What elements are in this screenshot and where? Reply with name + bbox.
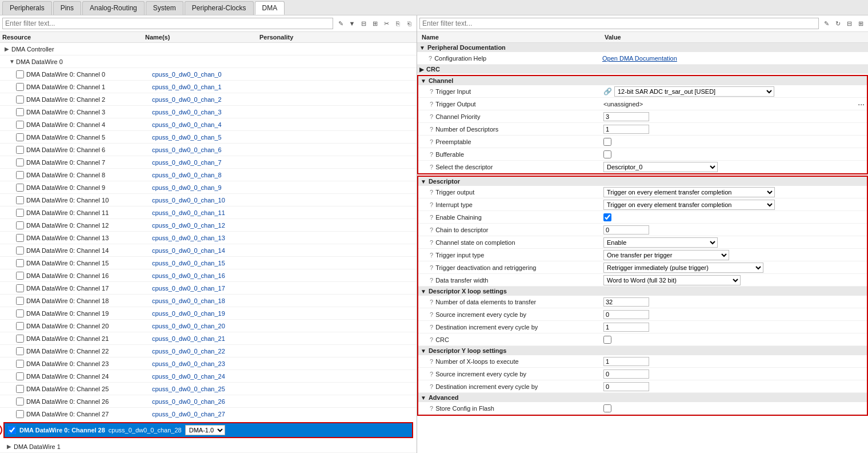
help-icon[interactable]: ? xyxy=(430,227,433,233)
collapse-icon[interactable]: ⊟ xyxy=(358,18,369,29)
channel-checkbox[interactable] xyxy=(16,247,24,255)
help-icon[interactable]: ? xyxy=(430,252,433,259)
list-item[interactable]: DMA DataWire 0: Channel 4 cpuss_0_dw0_0_… xyxy=(0,118,417,131)
channel-state-completion-dropdown[interactable]: Enable xyxy=(603,237,718,248)
channel-checkbox[interactable] xyxy=(16,398,24,406)
group-header-desc-y[interactable]: ▼ Descriptor Y loop settings xyxy=(418,346,867,355)
help-icon[interactable]: ? xyxy=(429,55,432,62)
right-expand-icon[interactable]: ⊞ xyxy=(855,18,866,29)
list-item[interactable]: DMA DataWire 0: Channel 1 cpuss_0_dw0_0_… xyxy=(0,81,417,93)
help-icon[interactable]: ? xyxy=(430,113,433,120)
channel-checkbox[interactable] xyxy=(16,133,24,141)
channel-checkbox[interactable] xyxy=(16,360,24,368)
paste-icon[interactable]: ⎗ xyxy=(404,18,414,29)
enable-chaining-checkbox[interactable] xyxy=(603,213,611,221)
right-refresh-icon[interactable]: ↻ xyxy=(833,18,843,29)
list-item[interactable]: DMA DataWire 0: Channel 14 cpuss_0_dw0_0… xyxy=(0,244,417,257)
crc-x-checkbox[interactable] xyxy=(603,336,611,344)
help-icon[interactable]: ? xyxy=(430,101,433,108)
list-item[interactable]: DMA DataWire 0: Channel 10 cpuss_0_dw0_0… xyxy=(0,194,417,206)
list-item[interactable]: DMA DataWire 0: Channel 21 cpuss_0_dw0_0… xyxy=(0,332,417,345)
trigger-input-dropdown[interactable]: 12-bit SAR ADC tr_sar_out [USED] xyxy=(614,86,774,97)
tab-peripheral-clocks[interactable]: Peripheral-Clocks xyxy=(185,1,254,15)
help-icon[interactable]: ? xyxy=(430,299,433,305)
selected-channel-checkbox[interactable] xyxy=(8,426,16,434)
help-icon[interactable]: ? xyxy=(430,405,433,412)
channel-checkbox[interactable] xyxy=(16,347,24,355)
channel-checkbox[interactable] xyxy=(16,96,24,104)
list-item[interactable]: DMA DataWire 0: Channel 24 cpuss_0_dw0_0… xyxy=(0,370,417,383)
tab-analog-routing[interactable]: Analog-Routing xyxy=(82,1,145,15)
list-item[interactable]: DMA DataWire 0: Channel 0 cpuss_0_dw0_0_… xyxy=(0,68,417,81)
list-item[interactable]: DMA DataWire 0: Channel 11 cpuss_0_dw0_0… xyxy=(0,206,417,219)
channel-checkbox[interactable] xyxy=(16,385,24,393)
list-item[interactable]: DMA DataWire 0: Channel 17 cpuss_0_dw0_0… xyxy=(0,282,417,295)
list-item[interactable]: DMA DataWire 0: Channel 26 cpuss_0_dw0_0… xyxy=(0,395,417,408)
trigger-deactivation-dropdown[interactable]: Retrigger immediately (pulse trigger) xyxy=(603,263,763,273)
list-item[interactable]: DMA DataWire 0: Channel 18 cpuss_0_dw0_0… xyxy=(0,295,417,307)
help-icon[interactable]: ? xyxy=(430,239,433,246)
list-item[interactable]: DMA DataWire 0: Channel 9 cpuss_0_dw0_0_… xyxy=(0,181,417,194)
source-increment-y-input[interactable] xyxy=(603,369,649,379)
help-icon[interactable]: ? xyxy=(430,201,433,208)
open-dma-doc-link[interactable]: Open DMA Documentation xyxy=(602,55,677,62)
channel-checkbox[interactable] xyxy=(16,297,24,305)
list-item[interactable]: DMA DataWire 0: Channel 20 cpuss_0_dw0_0… xyxy=(0,320,417,332)
channel-checkbox[interactable] xyxy=(16,372,24,380)
group-header-crc[interactable]: ▶ CRC xyxy=(417,65,868,74)
num-data-elements-input[interactable] xyxy=(603,297,649,307)
channel-checkbox[interactable] xyxy=(16,410,24,418)
help-icon[interactable]: ? xyxy=(430,164,433,170)
channel-checkbox[interactable] xyxy=(16,309,24,317)
help-icon[interactable]: ? xyxy=(430,151,433,158)
channel-checkbox[interactable] xyxy=(16,259,24,267)
help-icon[interactable]: ? xyxy=(430,264,433,271)
channel-checkbox[interactable] xyxy=(16,335,24,343)
list-item[interactable]: ▶ DMA DataWire 1 xyxy=(0,440,417,453)
help-icon[interactable]: ? xyxy=(430,336,433,343)
help-icon[interactable]: ? xyxy=(430,358,433,365)
channel-checkbox[interactable] xyxy=(16,108,24,116)
channel-checkbox[interactable] xyxy=(16,121,24,129)
help-icon[interactable]: ? xyxy=(430,126,433,133)
source-increment-x-input[interactable] xyxy=(603,310,649,319)
group-header-desc-x[interactable]: ▼ Descriptor X loop settings xyxy=(418,287,867,296)
help-icon[interactable]: ? xyxy=(430,189,433,196)
copy-icon[interactable]: ⎘ xyxy=(393,18,403,29)
list-item[interactable]: DMA DataWire 0: Channel 13 cpuss_0_dw0_0… xyxy=(0,232,417,244)
list-item[interactable]: DMA DataWire 0: Channel 25 cpuss_0_dw0_0… xyxy=(0,383,417,395)
chain-to-descriptor-input[interactable] xyxy=(603,225,649,235)
list-item[interactable]: DMA DataWire 0: Channel 19 cpuss_0_dw0_0… xyxy=(0,307,417,320)
list-item[interactable]: DMA DataWire 0: Channel 27 cpuss_0_dw0_0… xyxy=(0,408,417,420)
dest-increment-x-input[interactable] xyxy=(603,323,649,332)
preemptable-checkbox[interactable] xyxy=(603,138,611,146)
list-item[interactable]: ▶ DMA Controller xyxy=(0,43,417,55)
dest-increment-y-input[interactable] xyxy=(603,382,649,391)
interrupt-type-dropdown[interactable]: Trigger on every element transfer comple… xyxy=(603,200,775,210)
help-icon[interactable]: ? xyxy=(430,277,433,284)
store-config-flash-checkbox[interactable] xyxy=(603,404,611,412)
help-icon[interactable]: ? xyxy=(430,138,433,145)
selected-personality-dropdown[interactable]: DMA-1.0 xyxy=(185,425,225,435)
list-item[interactable]: DMA DataWire 0: Channel 3 cpuss_0_dw0_0_… xyxy=(0,106,417,118)
list-item[interactable]: DMA DataWire 0: Channel 23 cpuss_0_dw0_0… xyxy=(0,357,417,370)
channel-checkbox[interactable] xyxy=(16,184,24,192)
channel-priority-input[interactable] xyxy=(603,112,649,121)
channel-checkbox[interactable] xyxy=(16,284,24,292)
edit-icon[interactable]: ✎ xyxy=(335,18,346,29)
list-item[interactable]: DMA DataWire 0: Channel 5 cpuss_0_dw0_0_… xyxy=(0,131,417,144)
list-item[interactable]: DMA DataWire 0: Channel 15 cpuss_0_dw0_0… xyxy=(0,257,417,269)
list-item[interactable]: DMA DataWire 0: Channel 2 cpuss_0_dw0_0_… xyxy=(0,93,417,106)
help-icon[interactable]: ? xyxy=(430,311,433,318)
channel-checkbox[interactable] xyxy=(16,221,24,229)
tab-dma[interactable]: DMA xyxy=(255,1,285,15)
channel-checkbox[interactable] xyxy=(16,322,24,330)
expand-icon[interactable]: ⊞ xyxy=(370,18,380,29)
channel-checkbox[interactable] xyxy=(16,209,24,217)
group-header-channel[interactable]: ▼ Channel xyxy=(418,76,867,85)
help-icon[interactable]: ? xyxy=(430,383,433,390)
channel-checkbox[interactable] xyxy=(16,146,24,154)
right-edit-icon[interactable]: ✎ xyxy=(821,18,831,29)
tab-system[interactable]: System xyxy=(146,1,183,15)
num-x-loops-input[interactable] xyxy=(603,357,649,366)
